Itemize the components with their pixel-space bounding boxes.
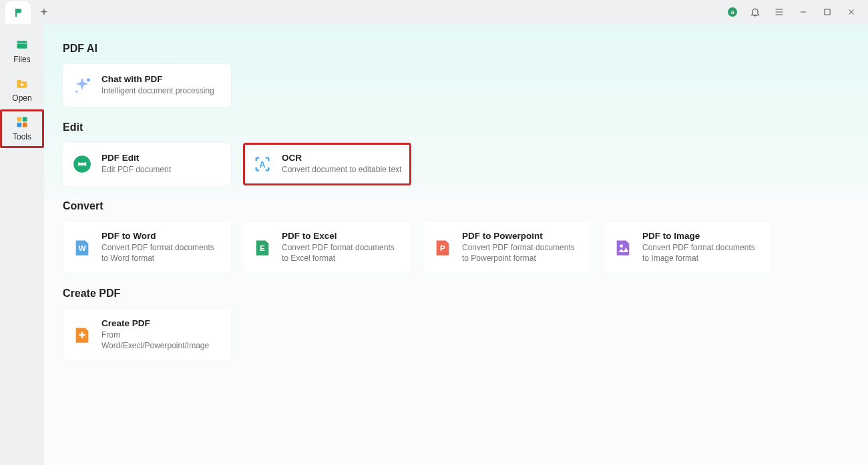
svg-point-8 [87,79,90,82]
app-logo-tab[interactable] [5,1,31,24]
title-bar: + a [0,0,868,24]
pdf-edit-icon [72,154,92,174]
card-create-pdf[interactable]: Create PDF From Word/Execl/Powerpoint/Im… [63,309,231,360]
card-title: PDF Edit [101,153,171,163]
files-icon [15,37,29,52]
svg-rect-4 [17,117,22,122]
card-desc: Convert PDF format documents to Word for… [101,243,222,264]
minimize-icon[interactable] [797,6,809,18]
svg-text:A: A [259,159,265,169]
card-title: OCR [282,153,401,163]
sidebar: Files Open Tools [0,24,44,465]
avatar[interactable]: a [728,7,737,17]
excel-icon: E [252,238,272,258]
maximize-icon[interactable] [821,6,833,18]
word-icon: W [72,238,92,258]
svg-rect-6 [17,123,22,127]
tools-icon [15,115,29,129]
card-desc: Convert PDF format documents to Excel fo… [282,243,402,264]
sidebar-item-open[interactable]: Open [0,71,44,109]
sidebar-item-tools[interactable]: Tools [0,109,44,148]
svg-rect-2 [17,43,27,44]
card-title: Create PDF [101,318,222,328]
card-pdf-to-powerpoint[interactable]: P PDF to Powerpoint Convert PDF format d… [423,221,592,273]
svg-rect-1 [17,41,27,49]
card-title: PDF to Powerpoint [462,231,582,241]
sidebar-item-label: Open [12,93,31,103]
sidebar-item-label: Files [13,55,30,64]
section-title-edit: Edit [63,121,849,133]
add-tab-button[interactable]: + [35,3,53,21]
svg-rect-5 [23,117,27,122]
svg-point-15 [620,244,623,248]
svg-point-9 [75,91,78,93]
ocr-icon: A [252,154,272,174]
card-title: PDF to Word [101,231,222,241]
card-desc: From Word/Execl/Powerpoint/Image [101,330,222,351]
card-desc: Intelligent document processing [101,86,214,97]
sidebar-item-files[interactable]: Files [0,32,44,71]
card-desc: Edit PDF document [101,165,171,175]
hamburger-icon[interactable] [773,6,785,18]
section-title-pdf-ai: PDF AI [63,43,849,55]
card-pdf-to-image[interactable]: PDF to Image Convert PDF format document… [604,221,772,273]
svg-text:W: W [78,243,85,252]
svg-rect-7 [23,123,27,127]
card-chat-with-pdf[interactable]: Chat with PDF Intelligent document proce… [63,64,231,107]
card-pdf-to-excel[interactable]: E PDF to Excel Convert PDF format docume… [243,221,411,273]
card-desc: Convert PDF format documents to Image fo… [642,243,763,264]
svg-rect-0 [825,9,830,15]
powerpoint-icon: P [433,238,453,258]
create-pdf-icon [72,325,92,345]
image-icon [613,238,633,258]
main-content: PDF AI Chat with PDF Intelligent documen… [44,24,868,465]
card-title: PDF to Image [642,231,763,241]
card-ocr[interactable]: A OCR Convert document to editable text [243,143,411,185]
section-title-convert: Convert [63,200,849,212]
app-logo-icon [13,7,23,18]
section-title-create-pdf: Create PDF [63,288,849,300]
ai-sparkle-icon [72,75,92,95]
svg-text:P: P [440,243,445,252]
card-pdf-edit[interactable]: PDF Edit Edit PDF document [63,143,231,185]
card-desc: Convert PDF format documents to Powerpoi… [462,243,582,264]
card-desc: Convert document to editable text [282,165,401,175]
svg-text:E: E [260,243,265,252]
card-pdf-to-word[interactable]: W PDF to Word Convert PDF format documen… [63,221,231,273]
open-icon [15,76,29,91]
sidebar-item-label: Tools [13,132,31,141]
bell-icon[interactable] [749,6,761,18]
card-title: PDF to Excel [282,231,402,241]
card-title: Chat with PDF [101,74,214,84]
close-icon[interactable] [845,6,857,18]
